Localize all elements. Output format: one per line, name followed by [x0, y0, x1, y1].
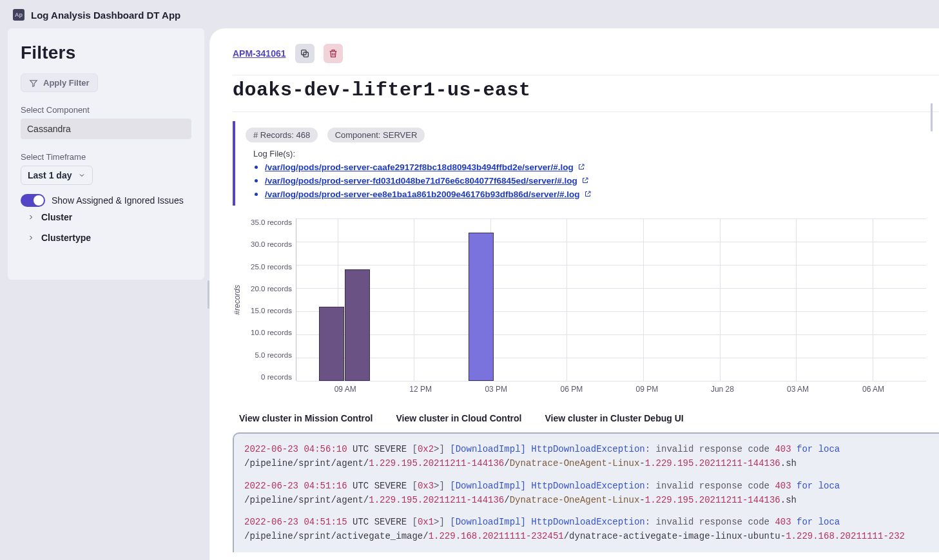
chart-x-tick: 03 AM [787, 385, 809, 394]
funnel-icon [29, 79, 38, 88]
page-title: doaks-dev-lifter1-us-east [233, 79, 939, 101]
app-title: Log Analysis Dashboard DT App [31, 10, 180, 21]
records-chart: #records 35.0 records30.0 records25.0 re… [233, 218, 939, 381]
apply-filter-label: Apply Filter [43, 78, 90, 88]
external-link-icon [577, 163, 585, 171]
chart-x-tick: 06 PM [560, 385, 583, 394]
check-icon [24, 197, 30, 204]
topbar: Ap Log Analysis Dashboard DT App [0, 0, 939, 28]
delete-button[interactable] [324, 44, 343, 63]
component-label: Select Component [21, 105, 191, 115]
chart-bar[interactable] [345, 269, 370, 381]
app-logo: Ap [13, 9, 24, 21]
sidebar: Filters Apply Filter Select Component Ca… [0, 28, 209, 560]
breadcrumb-link[interactable]: APM-341061 [233, 48, 286, 59]
timeframe-value: Last 1 day [28, 170, 72, 180]
records-chip: # Records: 468 [246, 128, 318, 142]
meta-block: # Records: 468 Component: SERVER Log Fil… [233, 121, 939, 206]
external-link-icon [584, 190, 592, 198]
chart-x-tick: 09 PM [636, 385, 659, 394]
assigned-ignored-toggle[interactable] [21, 194, 45, 207]
chevron-right-icon [27, 234, 35, 242]
trash-icon [328, 48, 338, 59]
tree-item-clustertype-label: Clustertype [41, 233, 91, 243]
chart-bar[interactable] [319, 307, 344, 381]
chevron-right-icon [27, 213, 35, 221]
chart-bar[interactable] [469, 233, 494, 381]
log-files-label: Log File(s): [253, 149, 939, 159]
tree-item-cluster-label: Cluster [41, 212, 72, 222]
filters-heading: Filters [21, 43, 191, 63]
cloud-control-link[interactable]: View cluster in Cloud Control [396, 413, 521, 423]
apply-filter-button[interactable]: Apply Filter [21, 73, 98, 92]
external-link-icon [581, 177, 589, 184]
chevron-down-icon [78, 171, 86, 179]
component-value: Cassandra [27, 124, 71, 134]
timeframe-label: Select Timeframe [21, 152, 191, 162]
copy-icon [300, 48, 310, 59]
log-file-link-0[interactable]: /var/log/pods/prod-server-caafe29172f8bc… [265, 162, 574, 172]
tree-item-cluster[interactable]: Cluster [21, 207, 191, 227]
chart-x-tick: 03 PM [485, 385, 507, 394]
log-file-link-1[interactable]: /var/log/pods/prod-server-fd031d048be71d… [265, 176, 577, 186]
right-resize-handle[interactable] [931, 103, 933, 131]
component-select[interactable]: Cassandra [21, 119, 191, 139]
copy-button[interactable] [295, 44, 315, 63]
timeframe-select[interactable]: Last 1 day [21, 166, 93, 185]
chart-x-tick: Jun 28 [711, 385, 734, 394]
tree-item-clustertype[interactable]: Clustertype [21, 227, 191, 248]
toggle-label: Show Assigned & Ignored Issues [52, 195, 184, 206]
mission-control-link[interactable]: View cluster in Mission Control [239, 413, 373, 423]
chart-x-tick: 06 AM [862, 385, 884, 394]
cluster-debug-link[interactable]: View cluster in Cluster Debug UI [545, 413, 683, 423]
log-file-link-2[interactable]: /var/log/pods/prod-server-ee8e1ba1a861b2… [265, 189, 580, 199]
component-chip: Component: SERVER [327, 128, 425, 142]
chart-y-axis-title: #records [233, 285, 242, 315]
log-console[interactable]: 2022-06-23 04:56:10 UTC SEVERE [0x2>] [D… [233, 432, 939, 552]
chart-x-tick: 12 PM [409, 385, 432, 394]
chart-x-tick: 09 AM [334, 385, 356, 394]
main-panel: APM-341061 doaks-dev-lifter1-us-east # R… [209, 28, 939, 560]
